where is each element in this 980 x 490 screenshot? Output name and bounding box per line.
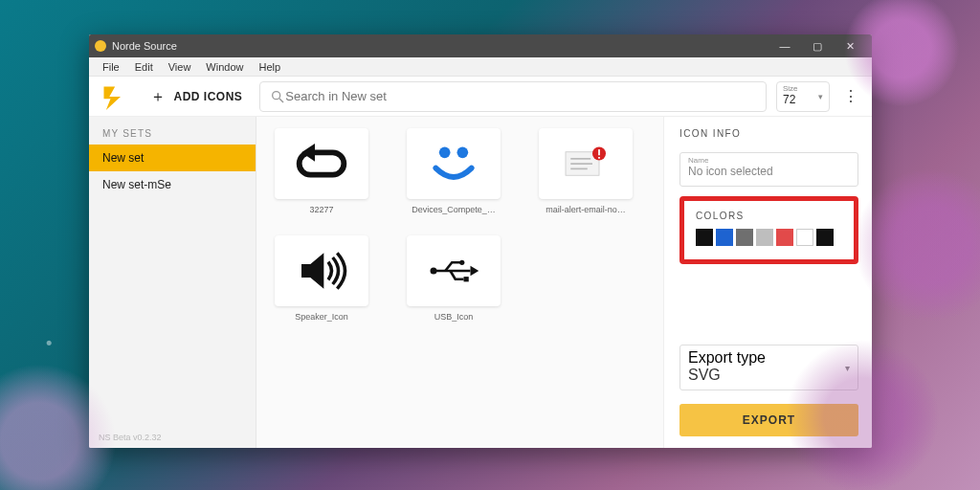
brand-logo-icon [100,83,127,110]
color-swatches [696,229,842,246]
info-panel: ICON INFO Name No icon selected COLORS [663,117,872,448]
app-logo-icon [95,40,106,52]
add-icons-button[interactable]: ＋ ADD ICONS [143,83,250,110]
svg-line-1 [279,99,283,102]
speaker-icon [275,235,368,306]
smiley-icon [407,128,501,199]
svg-rect-9 [598,149,600,155]
icon-caption: 32277 [309,205,333,214]
search-input[interactable] [285,89,756,103]
svg-point-13 [459,260,464,265]
mail-alert-icon [539,128,633,199]
icon-name-field[interactable]: Name No icon selected [679,152,858,187]
close-button[interactable]: ✕ [834,34,866,57]
sidebar-item-new-set-mse[interactable]: New set-mSe [89,171,256,198]
toolbar: ＋ ADD ICONS Size 72 ▾ ⋮ [89,77,872,117]
icon-canvas: 32277 Devices_Compete_… [256,117,663,448]
icon-grid: 32277 Devices_Compete_… [270,128,650,322]
name-value: No icon selected [688,165,850,180]
export-type-value: SVG [688,367,850,384]
color-swatch[interactable] [756,229,773,246]
icon-caption: mail-alert-email-no… [546,205,626,214]
add-icons-label: ADD ICONS [174,90,243,103]
icon-info-header: ICON INFO [679,128,858,139]
menu-window[interactable]: Window [198,59,251,75]
icon-caption: Speaker_Icon [295,312,348,322]
menu-help[interactable]: Help [251,59,288,75]
window-controls: — ▢ ✕ [768,34,866,57]
chevron-down-icon: ▾ [818,92,823,101]
usb-icon [407,235,501,306]
svg-point-2 [439,147,451,159]
icon-tile[interactable]: USB_Icon [402,235,505,322]
svg-rect-14 [464,277,469,281]
search-icon [270,89,285,104]
refresh-icon [275,128,368,199]
app-body: MY SETS New set New set-mSe NS Beta v0.2… [89,117,872,448]
color-swatch[interactable] [816,229,834,246]
export-type-label: Export type [688,349,850,367]
icon-tile[interactable]: Devices_Compete_… [402,128,505,214]
color-swatch[interactable] [696,229,713,246]
size-select[interactable]: Size 72 ▾ [776,81,830,112]
color-swatch[interactable] [716,229,733,246]
svg-point-3 [457,147,469,159]
sidebar-item-new-set[interactable]: New set [89,145,256,171]
icon-caption: Devices_Compete_… [412,205,496,214]
size-value: 72 [783,93,823,106]
search-box[interactable] [259,81,767,112]
sidebar: MY SETS New set New set-mSe NS Beta v0.2… [89,117,256,448]
icon-tile[interactable]: 32277 [270,128,373,214]
menu-file[interactable]: File [95,59,127,75]
colors-header: COLORS [696,211,842,221]
minimize-button[interactable]: — [768,34,801,57]
menu-bar: File Edit View Window Help [89,57,872,77]
overflow-menu-button[interactable]: ⋮ [839,81,862,112]
name-label: Name [688,157,850,165]
colors-section-highlight: COLORS [679,196,858,264]
icon-tile[interactable]: Speaker_Icon [270,235,373,322]
color-swatch[interactable] [796,229,813,246]
sidebar-section-label: MY SETS [89,128,256,145]
size-label: Size [783,85,823,93]
menu-edit[interactable]: Edit [127,59,161,75]
menu-view[interactable]: View [161,59,199,75]
plus-icon: ＋ [150,89,167,104]
color-swatch[interactable] [736,229,753,246]
export-button[interactable]: EXPORT [679,404,858,436]
more-vertical-icon: ⋮ [843,87,858,105]
icon-caption: USB_Icon [434,312,474,322]
version-label: NS Beta v0.2.32 [89,427,256,448]
svg-point-0 [273,91,280,99]
app-window: Norde Source — ▢ ✕ File Edit View Window… [89,34,872,448]
window-title: Norde Source [112,40,177,52]
icon-tile[interactable]: mail-alert-email-no… [534,128,637,214]
chevron-down-icon: ▾ [845,363,850,373]
titlebar[interactable]: Norde Source — ▢ ✕ [89,34,872,57]
export-type-select[interactable]: Export type SVG ▾ [679,345,858,390]
desktop-background: Norde Source — ▢ ✕ File Edit View Window… [0,0,980,490]
color-swatch[interactable] [776,229,793,246]
svg-rect-10 [598,157,600,159]
maximize-button[interactable]: ▢ [801,34,834,57]
